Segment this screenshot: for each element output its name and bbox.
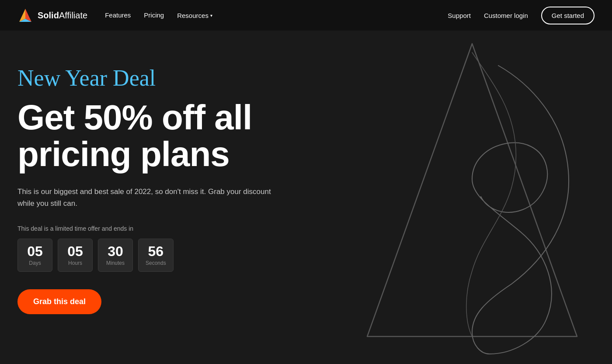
nav-item-pricing[interactable]: Pricing [144, 11, 164, 19]
countdown-seconds: 56 Seconds [138, 239, 174, 272]
hero-graphic [335, 57, 595, 347]
get-started-button[interactable]: Get started [541, 7, 595, 24]
nav-left: SolidAffiliate Features Pricing Resource… [17, 7, 212, 23]
countdown-hours: 05 Hours [58, 239, 93, 272]
nav-item-features[interactable]: Features [105, 11, 131, 19]
chevron-down-icon: ▾ [210, 13, 212, 18]
countdown-seconds-value: 56 [146, 244, 166, 258]
nav-link-pricing[interactable]: Pricing [144, 11, 164, 19]
hero-content: New Year Deal Get 50% off all pricing pl… [17, 57, 335, 347]
nav-links: Features Pricing Resources ▾ [105, 11, 212, 19]
countdown-days: 05 Days [17, 239, 52, 272]
logo[interactable]: SolidAffiliate [17, 7, 87, 23]
logo-icon [17, 7, 33, 23]
countdown-hours-value: 05 [65, 244, 85, 258]
nav-item-resources[interactable]: Resources ▾ [177, 12, 212, 19]
logo-text: SolidAffiliate [38, 10, 87, 21]
nav-link-resources[interactable]: Resources ▾ [177, 12, 212, 19]
navbar: SolidAffiliate Features Pricing Resource… [0, 0, 612, 31]
nav-customer-login-link[interactable]: Customer login [484, 12, 528, 19]
main-heading: Get 50% off all pricing plans [17, 99, 335, 173]
countdown-days-value: 05 [25, 244, 45, 258]
grab-deal-button[interactable]: Grab this deal [17, 289, 101, 314]
timer-label: This deal is a limited time offer and en… [17, 225, 335, 232]
hero-section: New Year Deal Get 50% off all pricing pl… [0, 31, 612, 364]
countdown: 05 Days 05 Hours 30 Minutes 56 Seconds [17, 239, 335, 272]
hero-description: This is our biggest and best sale of 202… [17, 186, 280, 209]
countdown-minutes: 30 Minutes [98, 239, 133, 272]
nav-right: Support Customer login Get started [448, 7, 595, 24]
deal-label: New Year Deal [17, 66, 335, 90]
countdown-minutes-value: 30 [105, 244, 125, 258]
countdown-minutes-label: Minutes [105, 260, 125, 266]
nav-link-features[interactable]: Features [105, 11, 131, 19]
nav-support-link[interactable]: Support [448, 12, 471, 19]
countdown-days-label: Days [25, 260, 45, 266]
countdown-seconds-label: Seconds [146, 260, 166, 266]
countdown-hours-label: Hours [65, 260, 85, 266]
decorative-graphic [341, 31, 603, 358]
